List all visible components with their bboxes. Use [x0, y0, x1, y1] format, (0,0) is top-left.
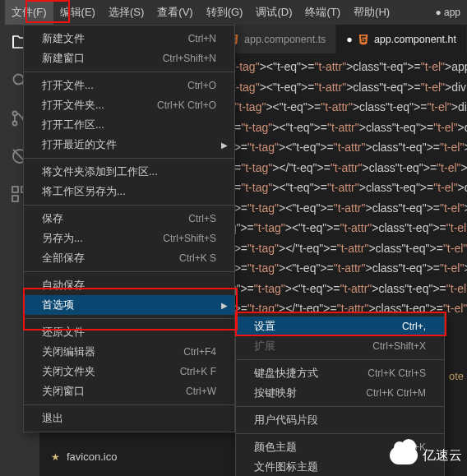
menu-item-label: 扩展: [254, 339, 372, 354]
file-menu-item-8[interactable]: 将文件夹添加到工作区...: [24, 162, 234, 182]
menu-edit[interactable]: 编辑(E): [53, 0, 102, 25]
menu-item-label: 打开文件...: [42, 78, 187, 93]
menu-item-label: 颜色主题: [254, 440, 398, 455]
svg-point-0: [14, 75, 24, 85]
menu-item-shortcut: Ctrl+N: [188, 33, 216, 44]
menu-view[interactable]: 查看(V): [150, 0, 199, 25]
file-menu-item-16[interactable]: 首选项▶: [24, 295, 234, 315]
menu-item-label: 将工作区另存为...: [42, 184, 216, 199]
menu-item-label: 设置: [254, 319, 402, 334]
menu-item-label: 还原文件: [42, 325, 216, 340]
file-menu-item-15[interactable]: 自动保存: [24, 275, 234, 295]
file-menu-item-5[interactable]: 打开工作区...: [24, 115, 234, 135]
pref-menu-item-1[interactable]: 扩展Ctrl+Shift+X: [236, 336, 444, 356]
file-menu-item-20[interactable]: 关闭文件夹Ctrl+K F: [24, 362, 234, 381]
svg-rect-7: [12, 187, 18, 192]
menu-item-label: 自动保存: [42, 278, 216, 293]
pref-menu-item-6[interactable]: 用户代码片段: [236, 410, 444, 430]
menu-item-label: 另存为...: [42, 231, 163, 246]
pref-menu-item-3[interactable]: 键盘快捷方式Ctrl+K Ctrl+S: [236, 363, 444, 383]
tab-label: app.component.ts: [244, 34, 326, 45]
file-menu-item-9[interactable]: 将工作区另存为...: [24, 182, 234, 201]
pref-menu-item-0[interactable]: 设置Ctrl+,: [236, 317, 444, 336]
file-label: favicon.ico: [67, 451, 117, 463]
menu-selection[interactable]: 选择(S): [102, 0, 150, 25]
svg-rect-9: [12, 196, 18, 201]
file-menu-item-23[interactable]: 退出: [24, 409, 234, 428]
menu-item-label: 打开文件夹...: [42, 98, 157, 113]
svg-point-3: [13, 122, 17, 126]
file-menu-dropdown: 新建文件Ctrl+N新建窗口Ctrl+Shift+N打开文件...Ctrl+O打…: [23, 25, 235, 432]
menu-item-label: 将文件夹添加到工作区...: [42, 164, 216, 179]
file-menu-item-12[interactable]: 另存为...Ctrl+Shift+S: [24, 229, 234, 248]
menu-item-label: 关闭窗口: [42, 384, 186, 399]
menu-item-shortcut: Ctrl+Shift+S: [163, 233, 216, 244]
pref-menu-item-4[interactable]: 按键映射Ctrl+K Ctrl+M: [236, 383, 444, 403]
menu-item-label: 用户代码片段: [254, 413, 426, 427]
menu-item-label: 关闭编辑器: [42, 344, 183, 359]
menu-item-label: 首选项: [42, 298, 216, 312]
file-menu-item-3[interactable]: 打开文件...Ctrl+O: [24, 76, 234, 95]
menu-item-shortcut: Ctrl+K Ctrl+M: [366, 387, 426, 399]
menu-item-label: 退出: [42, 411, 216, 426]
tab-label: app.component.ht: [374, 34, 456, 45]
menu-item-label: 打开工作区...: [42, 118, 216, 132]
file-menu-item-18[interactable]: 还原文件: [24, 322, 234, 342]
menu-item-shortcut: Ctrl+K Ctrl+S: [368, 367, 426, 379]
menu-item-shortcut: Ctrl+W: [186, 386, 216, 397]
cloud-icon: [390, 446, 418, 464]
menu-item-label: 新建窗口: [42, 51, 163, 66]
menu-item-label: 打开最近的文件: [42, 137, 216, 152]
menubar: 文件(F)编辑(E)选择(S)查看(V)转到(G)调试(D)终端(T)帮助(H): [0, 0, 467, 25]
watermark: 亿速云: [390, 446, 462, 464]
chevron-right-icon: ▶: [221, 141, 228, 150]
tab-app-component-ts[interactable]: app.component.ts: [218, 25, 336, 53]
menu-item-label: 按键映射: [254, 386, 366, 400]
menu-item-shortcut: Ctrl+K Ctrl+O: [157, 99, 216, 111]
file-menu-item-21[interactable]: 关闭窗口Ctrl+W: [24, 381, 234, 401]
file-menu-item-19[interactable]: 关闭编辑器Ctrl+F4: [24, 342, 234, 362]
watermark-text: 亿速云: [423, 447, 462, 464]
menu-item-label: 全部保存: [42, 251, 179, 266]
menu-item-label: 键盘快捷方式: [254, 366, 368, 381]
menu-item-label: 新建文件: [42, 31, 188, 46]
menu-item-shortcut: Ctrl+K F: [180, 366, 216, 377]
file-menu-item-6[interactable]: 打开最近的文件▶: [24, 135, 234, 155]
file-menu-item-0[interactable]: 新建文件Ctrl+N: [24, 29, 234, 49]
menu-item-shortcut: Ctrl+F4: [183, 346, 216, 358]
menu-item-shortcut: Ctrl+Shift+X: [372, 340, 426, 352]
window-title-fragment: ● app: [435, 0, 460, 25]
text-fragment: ote: [449, 370, 464, 382]
tab-app-component-html[interactable]: ●app.component.ht: [336, 25, 467, 53]
chevron-right-icon: ▶: [221, 301, 228, 310]
menu-item-label: 保存: [42, 211, 188, 226]
file-menu-item-1[interactable]: 新建窗口Ctrl+Shift+N: [24, 49, 234, 68]
menu-item-label: 关闭文件夹: [42, 364, 180, 379]
svg-point-2: [13, 112, 17, 116]
explorer-tree-item[interactable]: ★ favicon.ico: [51, 451, 117, 463]
file-menu-item-4[interactable]: 打开文件夹...Ctrl+K Ctrl+O: [24, 95, 234, 115]
favicon-file-icon: ★: [51, 451, 60, 463]
menu-terminal[interactable]: 终端(T): [298, 0, 347, 25]
menu-item-shortcut: Ctrl+Shift+N: [163, 53, 216, 64]
file-menu-item-11[interactable]: 保存Ctrl+S: [24, 209, 234, 229]
html-file-icon: [358, 34, 369, 45]
menu-go[interactable]: 转到(G): [200, 0, 250, 25]
file-menu-item-13[interactable]: 全部保存Ctrl+K S: [24, 248, 234, 268]
menu-item-shortcut: Ctrl+S: [188, 213, 216, 224]
menu-item-shortcut: Ctrl+,: [402, 321, 426, 332]
menu-debug[interactable]: 调试(D): [249, 0, 298, 25]
menu-help[interactable]: 帮助(H): [347, 0, 396, 25]
dirty-indicator: ●: [346, 34, 353, 45]
menu-item-shortcut: Ctrl+K S: [179, 252, 216, 264]
menu-file[interactable]: 文件(F): [5, 0, 53, 25]
menu-item-shortcut: Ctrl+O: [187, 80, 216, 91]
